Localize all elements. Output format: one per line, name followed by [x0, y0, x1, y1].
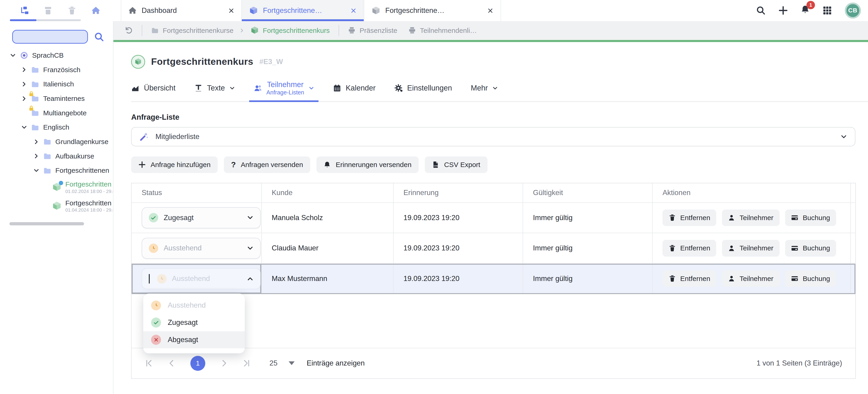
breadcrumb-course[interactable]: Fortgeschrittenenkurs — [250, 26, 330, 34]
status-option-abgesagt[interactable]: Abgesagt — [143, 331, 245, 348]
cube-icon — [250, 26, 259, 34]
tab-mehr[interactable]: Mehr — [471, 75, 498, 101]
window-tab-dashboard[interactable]: Dashboard — [121, 0, 242, 21]
booking-button[interactable]: Buchung — [785, 210, 836, 226]
close-icon[interactable] — [228, 7, 235, 14]
booking-button[interactable]: Buchung — [785, 240, 836, 256]
chevron-right-icon[interactable] — [21, 96, 27, 102]
status-confirmed-icon — [151, 317, 161, 327]
first-page-icon[interactable] — [145, 359, 153, 367]
tree-item-folder[interactable]: Grundlagenkurse — [0, 134, 113, 149]
chevron-down-icon[interactable] — [33, 168, 39, 174]
participant-button[interactable]: Teilnehmer — [722, 240, 780, 256]
csv-export-button[interactable]: CSV Export — [425, 156, 488, 173]
tree-item-folder-locked[interactable]: Teaminternes — [0, 91, 113, 106]
button-label: Buchung — [803, 275, 830, 282]
trash-icon[interactable] — [67, 6, 76, 15]
status-select-open[interactable]: Ausstehend — [142, 268, 260, 289]
window-tab-course-2[interactable]: Fortgeschrittene… — [364, 0, 501, 21]
status-confirmed-icon — [149, 213, 158, 222]
booking-button[interactable]: Buchung — [785, 270, 836, 287]
undo-icon[interactable] — [124, 26, 133, 34]
tree-item-course[interactable]: Fortgeschritten 01.04.2024 18:00 - 29.0 — [0, 196, 113, 215]
close-icon[interactable] — [487, 7, 494, 14]
tab-kalender[interactable]: Kalender — [333, 75, 376, 101]
cell-erinnerung: 19.09.2023 19:20 — [394, 233, 523, 264]
per-page-value: 25 — [270, 359, 278, 367]
participant-button[interactable]: Teilnehmer — [722, 270, 780, 287]
chart-icon — [131, 84, 140, 92]
anfrage-liste-select[interactable]: Mitgliederliste — [131, 127, 855, 146]
remove-button[interactable]: Entfernen — [662, 210, 716, 226]
last-page-icon[interactable] — [242, 359, 250, 367]
selected-list-value: Mitgliederliste — [155, 132, 199, 141]
cell-gueltigkeit: Immer gültig — [523, 264, 653, 294]
course-code: #E3_W — [259, 58, 283, 66]
tree-item-folder[interactable]: Französisch — [0, 62, 113, 77]
chevron-down-icon — [247, 214, 253, 221]
status-select[interactable]: Zugesagt — [142, 207, 260, 229]
window-tab-course-1[interactable]: Fortgeschrittene… — [242, 0, 364, 21]
cell-kunde: Max Mustermann — [262, 264, 394, 294]
tab-uebersicht[interactable]: Übersicht — [131, 75, 176, 101]
participant-button[interactable]: Teilnehmer — [722, 210, 780, 226]
chevron-right-icon[interactable] — [21, 67, 27, 73]
tree-item-root[interactable]: SprachCB — [0, 48, 113, 63]
archive-icon[interactable] — [43, 6, 53, 15]
home-icon[interactable] — [91, 6, 100, 15]
tree-item-folder-locked[interactable]: Multiangebote — [0, 106, 113, 120]
print-link-label: Präsenzliste — [360, 27, 397, 34]
apps-grid-icon[interactable] — [823, 6, 832, 15]
add-request-button[interactable]: Anfrage hinzufügen — [131, 156, 218, 173]
tree-view-icon[interactable] — [20, 6, 29, 15]
print-praesenzliste[interactable]: Präsenzliste — [348, 27, 397, 34]
plus-icon[interactable] — [778, 6, 788, 15]
card-icon — [791, 275, 798, 282]
send-reminders-button[interactable]: Erinnerungen versenden — [316, 156, 419, 173]
status-option-zugesagt[interactable]: Zugesagt — [143, 314, 245, 331]
tree-item-folder[interactable]: Fortgeschrittenen — [0, 163, 113, 178]
avatar[interactable]: CB — [845, 2, 861, 19]
course-cube-icon — [52, 201, 62, 211]
tree-item-folder[interactable]: Aufbaukurse — [0, 149, 113, 163]
breadcrumb-folder[interactable]: Fortgeschrittenenkurse — [151, 27, 234, 34]
window-tab-label: Fortgeschrittene… — [263, 6, 346, 15]
tab-texte[interactable]: Texte — [194, 75, 235, 101]
print-teilnehmendenliste[interactable]: Teilnehmendenli… — [408, 27, 477, 34]
table-gutter — [851, 183, 855, 203]
close-icon[interactable] — [350, 7, 356, 14]
status-option-ausstehend[interactable]: Ausstehend — [143, 297, 245, 314]
previous-page-icon[interactable] — [167, 359, 176, 367]
chevron-down-icon[interactable] — [10, 52, 16, 59]
horizontal-scrollbar[interactable] — [9, 222, 84, 225]
text-icon — [194, 84, 203, 92]
sidebar-search-input[interactable] — [12, 30, 88, 44]
next-page-icon[interactable] — [220, 359, 228, 367]
status-select[interactable]: Ausstehend — [142, 238, 260, 259]
search-icon[interactable] — [756, 6, 766, 15]
notifications-button[interactable]: 1 — [801, 5, 810, 16]
tree-item-folder[interactable]: Englisch — [0, 120, 113, 134]
remove-button[interactable]: Entfernen — [662, 240, 716, 256]
search-icon[interactable] — [94, 32, 104, 42]
per-page-select[interactable]: 25 — [270, 359, 294, 367]
tab-teilnehmer[interactable]: Teilnehmer Anfrage-Listen — [254, 75, 314, 101]
chevron-down-icon — [492, 86, 498, 91]
tab-einstellungen[interactable]: Einstellungen — [395, 75, 452, 101]
status-pending-icon — [157, 274, 166, 283]
chevron-right-icon[interactable] — [21, 81, 27, 87]
tree-item-course-selected[interactable]: Fortgeschritten 01.02.2024 18:00 - 29.0 — [0, 178, 113, 196]
clock-icon — [153, 303, 159, 308]
current-page-button[interactable]: 1 — [190, 356, 205, 371]
table-gutter — [851, 233, 855, 264]
send-requests-button[interactable]: ? Anfragen versenden — [224, 156, 310, 173]
cell-gueltigkeit: Immer gültig — [523, 203, 653, 234]
remove-button[interactable]: Entfernen — [662, 270, 716, 287]
chevron-right-icon — [240, 28, 245, 33]
chevron-down-icon[interactable] — [21, 124, 27, 130]
tree-item-folder[interactable]: Italienisch — [0, 77, 113, 91]
chevron-right-icon[interactable] — [33, 153, 39, 159]
chevron-right-icon[interactable] — [33, 139, 39, 145]
printer-icon — [348, 27, 356, 34]
table-row: Ausstehend Claudia Mauer 19.09.2023 19:2… — [131, 233, 856, 264]
